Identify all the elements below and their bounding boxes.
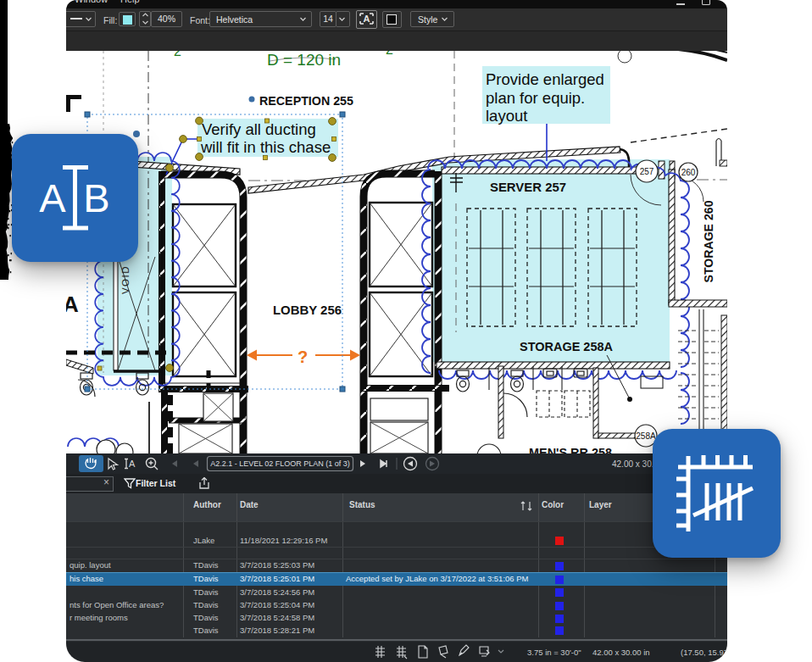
svg-text:STORAGE 258A: STORAGE 258A <box>520 339 613 353</box>
svg-text:(17.50, 15.97): (17.50, 15.97) <box>681 648 727 657</box>
svg-text:3.75 in = 30'-0": 3.75 in = 30'-0" <box>527 648 581 657</box>
svg-text:260: 260 <box>681 168 696 177</box>
svg-text:RECEPTION 255: RECEPTION 255 <box>259 93 353 108</box>
svg-text:A: A <box>39 175 66 220</box>
svg-text:?: ? <box>298 348 308 366</box>
svg-text:2: 2 <box>386 51 393 57</box>
svg-text:will fit in this chase: will fit in this chase <box>200 138 331 156</box>
svg-text:D = 120 in: D = 120 in <box>267 51 341 69</box>
svg-text:A: A <box>129 459 136 469</box>
svg-text:VOID: VOID <box>120 265 131 294</box>
svg-text:42.00 x 30.00 in: 42.00 x 30.00 in <box>592 648 650 657</box>
svg-text:B: B <box>83 175 109 220</box>
svg-text:STORAGE 260: STORAGE 260 <box>701 201 715 283</box>
svg-text:A2.2.1 - LEVEL 02 FLOOR PLAN (: A2.2.1 - LEVEL 02 FLOOR PLAN (1 of 3) <box>210 459 350 468</box>
svg-text:LOBBY 256: LOBBY 256 <box>273 303 342 317</box>
svg-text:Provide enlarged: Provide enlarged <box>486 70 604 88</box>
svg-text:A: A <box>364 14 370 24</box>
svg-text:layout: layout <box>486 107 527 125</box>
svg-text:257: 257 <box>640 167 654 176</box>
svg-text:MEN'S RR 258: MEN'S RR 258 <box>529 445 612 453</box>
svg-text:A: A <box>66 292 79 317</box>
svg-text:SERVER 257: SERVER 257 <box>490 180 566 194</box>
svg-text:plan for equip.: plan for equip. <box>486 89 585 107</box>
svg-text:2: 2 <box>174 51 181 58</box>
svg-text:Verify all ducting: Verify all ducting <box>202 120 316 138</box>
